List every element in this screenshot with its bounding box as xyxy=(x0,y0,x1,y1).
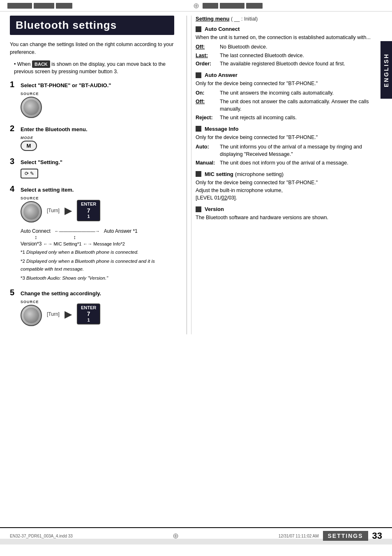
term-manual-label: Manual: xyxy=(196,159,218,167)
step-4-number: 4 xyxy=(10,184,17,194)
bullet-item-back: When BACK is shown on the display, you c… xyxy=(10,60,174,76)
flow-diagram: Auto Connect ←————————→ Auto Answer *1 ↕… xyxy=(21,228,174,247)
down-arrow-2: ↕ xyxy=(74,234,76,240)
step5-knob-container: SOURCE xyxy=(21,300,42,326)
footnote-2-text: Displayed only when a Bluetooth phone is… xyxy=(21,259,155,271)
back-badge: BACK xyxy=(32,60,50,68)
step5-arrow-icon: ▶ xyxy=(65,308,72,320)
top-blocks-left xyxy=(7,3,193,9)
flow-message-info: ←→ Message Info*2 xyxy=(83,241,125,246)
auto-connect-title: Auto Connect xyxy=(205,26,240,32)
term-auto-label: Auto: xyxy=(196,143,218,159)
term-off-def: No Bluetooth device. xyxy=(220,43,382,51)
step-1-number: 1 xyxy=(10,80,17,89)
step5-enter-button[interactable]: ENTER 7 1 xyxy=(77,303,100,324)
auto-answer-square xyxy=(196,72,201,78)
setting-menu-label: Setting menu xyxy=(196,16,229,22)
footnotes: *1 Displayed only when a Bluetooth phone… xyxy=(21,248,174,282)
footnote-2: *2 Displayed only when a Bluetooth phone… xyxy=(21,257,174,273)
step-1-body: SOURCE xyxy=(10,92,174,118)
knob-inner xyxy=(23,100,39,115)
header-block-1 xyxy=(7,3,32,9)
step-4-header: 4 Select a setting item. xyxy=(10,184,174,194)
message-info-desc: Only for the device being connected for … xyxy=(196,134,382,141)
footnote-3-num: *3 xyxy=(21,276,26,280)
source-knob[interactable] xyxy=(21,97,42,118)
term-on-def: The unit answers the incoming calls auto… xyxy=(220,89,382,97)
mic-setting-title: MIC setting (microphone setting) xyxy=(205,171,284,177)
step-3-body: ⟳ ✎ xyxy=(10,169,174,178)
step-2-number: 2 xyxy=(10,124,17,133)
term-auto-def: The unit informs you of the arrival of a… xyxy=(220,143,382,159)
mic-setting-desc: Only for the device being connected for … xyxy=(196,179,382,202)
left-column: Bluetooth settings You can change the se… xyxy=(10,16,182,334)
step-5-label: Change the setting accordingly. xyxy=(21,290,101,297)
step-5: 5 Change the setting accordingly. SOURCE… xyxy=(10,288,174,329)
step-3-label: Select "Setting." xyxy=(21,159,62,165)
step4-knob[interactable] xyxy=(21,201,42,222)
version-title: Version xyxy=(205,206,224,212)
top-blocks-right xyxy=(199,3,385,9)
bottom-right-text: 12/31/07 11:11:02 AM xyxy=(279,534,319,538)
auto-answer-title-row: Auto Answer xyxy=(196,72,382,78)
step5-knob-inner xyxy=(23,308,39,323)
intro-text: You can change the settings listed on th… xyxy=(10,41,174,56)
enter-number: 7 xyxy=(87,207,90,214)
term-order-def: The available registered Bluetooth devic… xyxy=(220,60,382,68)
turn-label: [Turn] xyxy=(47,208,60,213)
step-4-label: Select a setting item. xyxy=(21,187,74,193)
initial-note: ( __ : Initial) xyxy=(231,16,258,22)
step-2: 2 Enter the Bluetooth menu. MODE M xyxy=(10,124,174,151)
step5-enter-number: 7 xyxy=(87,310,90,317)
footnote-3: *3 Bluetooth Audio: Shows only "Version.… xyxy=(21,274,174,282)
term-manual-def: The unit does not inform you of the arri… xyxy=(220,159,382,167)
step5-knob[interactable] xyxy=(21,305,42,326)
page: ⊕ ENGLISH Bluetooth settings You can cha… xyxy=(0,0,392,556)
flow-auto-connect: Auto Connect xyxy=(21,228,51,234)
step4-source-label: SOURCE xyxy=(21,196,39,200)
auto-answer-title: Auto Answer xyxy=(205,72,238,78)
step-2-header: 2 Enter the Bluetooth menu. xyxy=(10,124,174,133)
crosshair-icon: ⊕ xyxy=(193,1,199,10)
term-off2-label: Off: xyxy=(196,98,218,114)
auto-connect-term-order: Order: The available registered Bluetoot… xyxy=(196,60,382,68)
step-1: 1 Select "BT-PHONE" or "BT-AUDIO." SOURC… xyxy=(10,80,174,118)
term-reject-label: Reject: xyxy=(196,114,218,122)
message-info-term-manual: Manual: The unit does not inform you of … xyxy=(196,159,382,167)
step-5-body: SOURCE [Turn] ▶ ENTER 7 1 xyxy=(10,300,174,329)
flow-mic-setting: ←→ MIC Setting*1 xyxy=(43,241,81,246)
step4-knob-container: SOURCE xyxy=(21,196,42,222)
term-last-label: Last: xyxy=(196,52,218,60)
auto-answer-term-on: On: The unit answers the incoming calls … xyxy=(196,89,382,97)
step-5-number: 5 xyxy=(10,288,17,297)
setting-button[interactable]: ⟳ ✎ xyxy=(21,169,38,178)
message-info-title: Message Info xyxy=(205,126,238,132)
footnote-1: *1 Displayed only when a Bluetooth phone… xyxy=(21,248,174,256)
auto-connect-term-last: Last: The last connected Bluetooth devic… xyxy=(196,52,382,60)
step-5-header: 5 Change the setting accordingly. xyxy=(10,288,174,297)
step-4-body: SOURCE [Turn] ▶ ENTER 7 1 xyxy=(10,196,174,282)
term-last-def: The last connected Bluetooth device. xyxy=(220,52,382,60)
step5-turn-label: [Turn] xyxy=(47,311,60,317)
bottom-strip xyxy=(0,539,392,544)
message-info-title-row: Message Info xyxy=(196,126,382,132)
flow-arrow-horiz: ←————————→ xyxy=(55,229,100,234)
flow-row-1: Auto Connect ←————————→ Auto Answer *1 xyxy=(21,228,174,234)
step-3-header: 3 Select "Setting." xyxy=(10,157,174,166)
auto-connect-title-row: Auto Connect xyxy=(196,26,382,32)
bottom-left-text: EN32-37_PDR61_003A_4.indd 33 xyxy=(10,534,73,538)
main-content: Bluetooth settings You can change the se… xyxy=(0,12,392,338)
header-block-6 xyxy=(246,3,263,9)
flow-row-2: Version*3 ←→ MIC Setting*1 ←→ Message In… xyxy=(21,241,174,247)
term-reject-def: The unit rejects all incoming calls. xyxy=(220,114,382,122)
enter-button[interactable]: ENTER 7 1 xyxy=(77,200,100,221)
version-desc: The Bluetooth software and hardware vers… xyxy=(196,214,382,222)
bullet-text-prefix: When xyxy=(17,61,32,67)
term-order-label: Order: xyxy=(196,60,218,68)
mode-container: MODE M xyxy=(21,136,174,151)
footnote-2-num: *2 xyxy=(21,259,26,264)
top-decoration: ⊕ xyxy=(0,0,392,12)
term-on-label: On: xyxy=(196,89,218,97)
step-3: 3 Select "Setting." ⟳ ✎ xyxy=(10,157,174,178)
mode-button[interactable]: M xyxy=(21,141,37,151)
